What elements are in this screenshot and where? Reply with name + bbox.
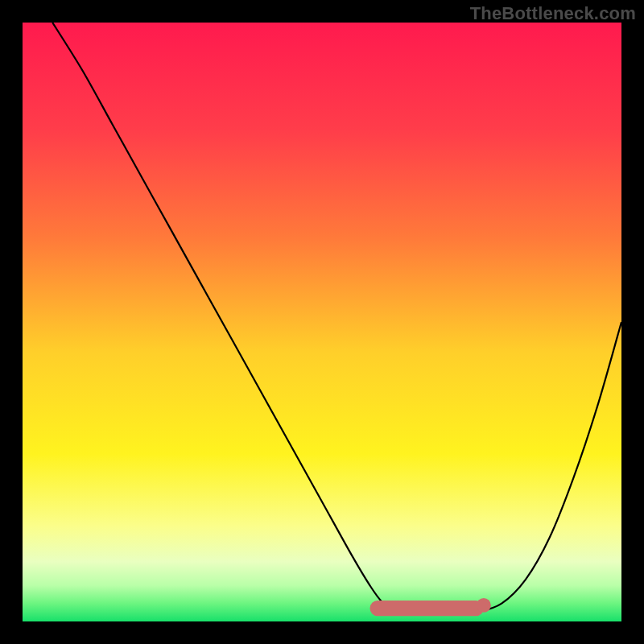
plot-svg <box>23 23 621 621</box>
optimal-range-end-dot <box>477 598 491 613</box>
chart-frame <box>23 23 621 621</box>
watermark-text: TheBottleneck.com <box>470 3 636 24</box>
bottleneck-curve <box>52 23 621 614</box>
optimal-range-band <box>370 601 484 616</box>
